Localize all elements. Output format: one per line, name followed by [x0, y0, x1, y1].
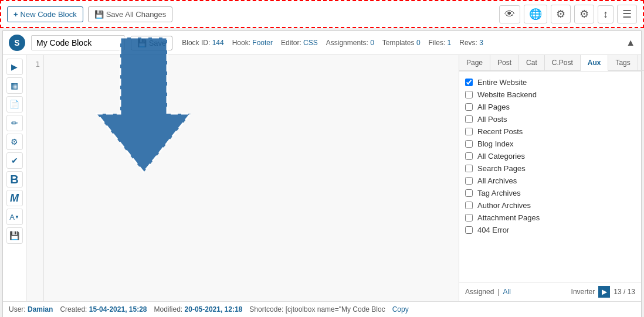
- list-item: Attachment Pages: [465, 212, 635, 224]
- recent-posts-label: Recent Posts: [477, 127, 523, 136]
- tab-bar: Page Post Cat C.Post Aux Tags Adv: [459, 55, 641, 71]
- settings-side-button[interactable]: ⚙: [6, 134, 23, 150]
- font-side-button[interactable]: A▼: [6, 209, 23, 225]
- list-toolbar-button[interactable]: ☰: [617, 5, 637, 23]
- right-panel-footer: Assigned | All Inverter ▶ 13 / 13: [459, 282, 641, 301]
- aux-checkbox-list: Entire Website Website Backend All Pages…: [459, 71, 641, 282]
- editor-body: ▶ ▦ 📄 ✏ ⚙ ✔ B M A▼ 💾 1: [3, 55, 641, 301]
- code-editor[interactable]: [44, 55, 459, 301]
- tab-post[interactable]: Post: [490, 55, 519, 71]
- save-block-button[interactable]: 💾 Save: [131, 36, 172, 50]
- save-block-label: Save: [149, 39, 167, 47]
- save-block-icon: 💾: [137, 39, 147, 47]
- editor-link[interactable]: CSS: [303, 39, 318, 47]
- author-archives-checkbox[interactable]: [465, 202, 473, 209]
- new-code-block-button[interactable]: + New Code Block: [7, 6, 83, 22]
- nav-forward-button[interactable]: ▶: [598, 286, 610, 298]
- hook-link[interactable]: Footer: [252, 39, 273, 47]
- check-side-button[interactable]: ✔: [6, 152, 23, 169]
- list-item: Entire Website: [465, 76, 635, 88]
- attachment-pages-label: Attachment Pages: [477, 213, 540, 222]
- tab-cpost[interactable]: C.Post: [545, 55, 581, 71]
- assignments-link[interactable]: 0: [370, 39, 374, 47]
- markup-side-button[interactable]: M: [6, 190, 23, 206]
- editor-meta: Editor: CSS: [281, 39, 318, 47]
- block-id-link[interactable]: 144: [212, 39, 224, 47]
- all-posts-label: All Posts: [477, 115, 507, 124]
- logo-letter: S: [14, 38, 19, 47]
- list-item: Search Pages: [465, 162, 635, 175]
- gear2-toolbar-button[interactable]: ⚙: [574, 5, 594, 23]
- list-item: All Categories: [465, 150, 635, 162]
- tab-page[interactable]: Page: [459, 55, 490, 71]
- editor-footer: User: Damian Created: 15-04-2021, 15:28 …: [3, 301, 641, 317]
- save-side-button[interactable]: 💾: [6, 227, 23, 244]
- error-404-checkbox[interactable]: [465, 226, 473, 234]
- insert-side-button[interactable]: ▶: [6, 59, 23, 75]
- count-label: 13 / 13: [614, 288, 635, 296]
- list-item: Website Backend: [465, 88, 635, 101]
- tab-adv[interactable]: Adv: [638, 55, 644, 71]
- save-all-label: Save All Changes: [106, 10, 167, 19]
- shortcode-value: [cjtoolbox name="My Code Bloc: [286, 305, 385, 313]
- copy-link[interactable]: Copy: [392, 305, 409, 313]
- blog-index-label: Blog Index: [477, 139, 513, 148]
- editor-logo: S: [9, 35, 25, 51]
- all-link[interactable]: All: [503, 288, 511, 296]
- eye-toolbar-button[interactable]: 👁: [499, 5, 520, 23]
- tag-archives-checkbox[interactable]: [465, 189, 473, 197]
- assigned-label: Assigned: [465, 288, 494, 296]
- tab-cat[interactable]: Cat: [519, 55, 545, 71]
- revs-link[interactable]: 3: [479, 39, 483, 47]
- all-posts-checkbox[interactable]: [465, 115, 473, 123]
- website-backend-label: Website Backend: [477, 90, 537, 99]
- top-toolbar: + New Code Block 💾 Save All Changes 👁 🌐 …: [0, 0, 644, 28]
- templates-link[interactable]: 0: [416, 39, 421, 47]
- code-area: 1: [26, 55, 459, 301]
- user-value: Damian: [28, 305, 53, 313]
- list-item: All Archives: [465, 175, 635, 187]
- tag-archives-label: Tag Archives: [477, 189, 521, 197]
- list-item: All Pages: [465, 101, 635, 113]
- website-backend-checkbox[interactable]: [465, 91, 473, 98]
- collapse-button[interactable]: ▲: [626, 38, 635, 48]
- list-item: 404 Error: [465, 224, 635, 236]
- plus-icon: +: [13, 10, 18, 19]
- search-pages-label: Search Pages: [477, 164, 526, 173]
- tab-tags[interactable]: Tags: [608, 55, 638, 71]
- attachment-pages-checkbox[interactable]: [465, 214, 473, 221]
- tab-aux[interactable]: Aux: [581, 55, 609, 71]
- gear1-toolbar-button[interactable]: ⚙: [551, 5, 571, 23]
- entire-website-label: Entire Website: [477, 78, 527, 87]
- all-pages-label: All Pages: [477, 103, 510, 111]
- search-pages-checkbox[interactable]: [465, 165, 473, 172]
- bold-side-button[interactable]: B: [6, 171, 23, 188]
- main-editor-area: S 💾 Save Block ID: 144 Hook: Footer Edit…: [2, 30, 642, 317]
- all-archives-checkbox[interactable]: [465, 177, 473, 185]
- error-404-label: 404 Error: [477, 226, 509, 234]
- recent-posts-checkbox[interactable]: [465, 128, 473, 135]
- edit-side-button[interactable]: ✏: [6, 115, 23, 131]
- sort-toolbar-button[interactable]: ↕: [598, 5, 614, 23]
- created-value: 15-04-2021, 15:28: [89, 305, 147, 313]
- table-side-button[interactable]: ▦: [6, 77, 23, 94]
- templates-meta: Templates 0: [382, 39, 421, 47]
- list-item: Recent Posts: [465, 125, 635, 138]
- hook-meta: Hook: Footer: [232, 39, 273, 47]
- globe-toolbar-button[interactable]: 🌐: [524, 5, 547, 23]
- new-block-label: New Code Block: [21, 10, 77, 19]
- files-link[interactable]: 1: [448, 39, 452, 47]
- blog-index-checkbox[interactable]: [465, 140, 473, 148]
- save-all-button[interactable]: 💾 Save All Changes: [88, 6, 173, 22]
- block-name-input[interactable]: [31, 35, 125, 50]
- file-side-button[interactable]: 📄: [6, 96, 23, 113]
- save-icon: 💾: [94, 10, 104, 19]
- author-archives-label: Author Archives: [477, 201, 531, 210]
- all-categories-checkbox[interactable]: [465, 152, 473, 160]
- entire-website-checkbox[interactable]: [465, 79, 473, 86]
- all-pages-checkbox[interactable]: [465, 103, 473, 111]
- inverter-label: Inverter: [571, 288, 595, 296]
- line-numbers: 1: [26, 55, 44, 301]
- list-item: Author Archives: [465, 199, 635, 212]
- created-info: Created: 15-04-2021, 15:28: [60, 305, 147, 313]
